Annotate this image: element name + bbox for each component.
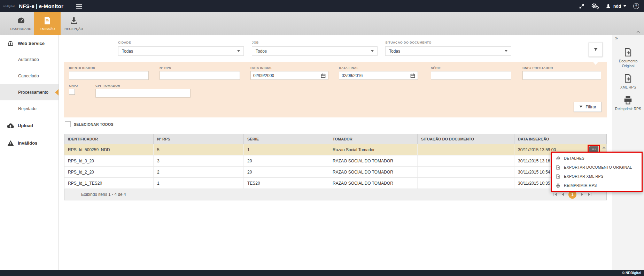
tab-dashboard[interactable]: DASHBOARD: [8, 12, 34, 35]
serie-label: SÉRIE: [431, 66, 441, 70]
cell-nrps: 1: [154, 178, 244, 189]
select-all-checkbox[interactable]: [65, 121, 71, 127]
menu-item-exportar-documento-original[interactable]: EXPORTAR DOCUMENTO ORIGINAL: [552, 163, 642, 172]
action-xml-rps[interactable]: XML RPS: [620, 74, 636, 90]
cell-situacao: [418, 155, 514, 166]
action-reimprimir-rps[interactable]: Reimprimir RPS: [615, 95, 641, 112]
tab-label: RECEPÇÃO: [64, 27, 83, 31]
filter-toggle-button[interactable]: [589, 42, 603, 57]
filtrar-button[interactable]: Filtrar: [574, 102, 602, 112]
next-page-icon[interactable]: [580, 192, 584, 197]
cnpj-checkbox[interactable]: [69, 89, 75, 95]
settings-gears-icon[interactable]: [591, 3, 599, 9]
calendar-icon[interactable]: [410, 73, 415, 78]
sidebar-item-cancelado[interactable]: Cancelado: [0, 68, 59, 84]
chevron-down-icon: [371, 50, 374, 52]
topbar: nddigital NFS-e | e-Monitor ndd ?: [0, 0, 644, 12]
filter-panel-notch: [593, 62, 598, 65]
help-icon[interactable]: ?: [633, 3, 639, 9]
cidade-selected-value: Todas: [122, 49, 133, 54]
cloud-upload-icon: [7, 123, 14, 128]
tab-emissao[interactable]: EMISSÃO: [34, 12, 61, 35]
tab-recepcao[interactable]: RECEPÇÃO: [61, 12, 87, 35]
sidebar-section-invalidos[interactable]: Inválidos: [0, 134, 59, 152]
cell-situacao: [418, 144, 514, 155]
table-header: IDENTIFICADOR Nº RPS SÉRIE TOMADOR SITUA…: [64, 134, 607, 144]
cell-nrps: 5: [154, 144, 244, 155]
cnpj-prestador-label: CNPJ PRESTADOR: [522, 66, 553, 70]
fullscreen-icon[interactable]: [579, 3, 584, 9]
table-row[interactable]: RPS_Id_2_20 2 20 RAZAO SOCIAL DO TOMADOR…: [64, 167, 607, 178]
menu-item-label: EXPORTAR XML RPS: [564, 174, 604, 178]
cell-tomador: Razao Social Tomador: [329, 144, 418, 155]
sidebar-section-upload[interactable]: Upload: [0, 117, 59, 134]
action-label: Reimprimir RPS: [615, 107, 641, 112]
action-documento-original[interactable]: Documento Original: [614, 48, 642, 68]
cell-identificador: RPS_Id_500259_NDD: [64, 144, 154, 155]
statusbar: © NDDigital: [0, 270, 644, 276]
cell-situacao: [418, 167, 514, 177]
sidebar-item-label: Cancelado: [18, 74, 39, 78]
calendar-icon[interactable]: [321, 73, 326, 78]
app-title: NFS-e | e-Monitor: [19, 3, 63, 9]
situacao-select[interactable]: Todas: [385, 46, 511, 56]
cell-identificador: RPS_Id_3_20: [64, 155, 154, 166]
table-footer: Exibindo itens 1 - 4 de 4 1: [64, 189, 607, 200]
action-label: Documento Original: [614, 59, 642, 68]
menu-item-label: REIMPRIMIR RPS: [564, 183, 597, 187]
job-select[interactable]: Todos: [252, 46, 378, 56]
export-icon: [556, 174, 561, 179]
data-final-input[interactable]: [342, 73, 408, 78]
last-page-icon[interactable]: [588, 192, 592, 197]
column-header-nrps[interactable]: Nº RPS: [154, 134, 244, 144]
action-label: XML RPS: [620, 85, 636, 90]
job-label: JOB: [252, 41, 259, 44]
cell-nrps: 2: [154, 167, 244, 177]
prev-page-icon[interactable]: [561, 192, 565, 197]
column-header-tomador[interactable]: TOMADOR: [329, 134, 418, 144]
sidebar-item-label: Processamento: [18, 90, 48, 95]
sidebar-section-webservice[interactable]: Web Service: [0, 35, 59, 51]
sidebar-section-label: Web Service: [18, 41, 45, 46]
cnpj-prestador-input[interactable]: [522, 71, 601, 80]
column-header-data-insercao[interactable]: DATA INSERÇÃO: [514, 134, 606, 144]
dashboard-gauge-icon: [17, 16, 25, 25]
sidebar-item-rejeitado[interactable]: Rejeitado: [0, 100, 59, 117]
menu-item-reimprimir-rps[interactable]: REIMPRIMIR RPS: [552, 181, 642, 190]
cell-tomador: RAZAO SOCIAL DO TOMADOR: [329, 155, 418, 166]
chevron-down-icon: [237, 50, 240, 52]
identificador-input[interactable]: [69, 71, 149, 80]
filter-funnel-icon: [593, 47, 598, 52]
first-page-icon[interactable]: [553, 192, 557, 197]
sidebar-item-autorizado[interactable]: Autorizado: [0, 51, 59, 68]
user-menu[interactable]: ndd: [606, 3, 626, 9]
data-inicial-input[interactable]: [253, 73, 319, 78]
cnpj-label: CNPJ: [69, 84, 78, 87]
situacao-selected-value: Todas: [389, 49, 400, 54]
ndd-logo: nddigital: [3, 5, 15, 8]
collapse-panel-icon[interactable]: »: [615, 35, 618, 41]
data-final-label: DATA FINAL: [339, 66, 358, 70]
table-row[interactable]: RPS_Id_3_20 3 20 RAZAO SOCIAL DO TOMADOR…: [64, 155, 607, 167]
cell-identificador: RPS_Id_2_20: [64, 167, 154, 177]
table-scroll-up-icon[interactable]: [602, 146, 606, 148]
chevron-down-icon: [505, 50, 507, 52]
hamburger-menu-icon[interactable]: [76, 4, 82, 9]
user-name: ndd: [613, 4, 621, 9]
job-selected-value: Todos: [256, 49, 267, 54]
sidebar-item-processamento[interactable]: Processamento: [0, 84, 59, 100]
table-row[interactable]: RPS_Id_1_TES20 1 TES20 RAZAO SOCIAL DO T…: [64, 178, 607, 189]
serie-input[interactable]: [431, 71, 511, 80]
column-header-identificador[interactable]: IDENTIFICADOR: [64, 134, 154, 144]
column-header-situacao[interactable]: SITUAÇÃO DO DOCUMENTO: [418, 134, 514, 144]
collapse-toolbar-icon[interactable]: [636, 30, 641, 33]
menu-item-exportar-xml-rps[interactable]: EXPORTAR XML RPS: [552, 172, 642, 181]
cidade-select[interactable]: Todas: [118, 46, 244, 56]
column-header-serie[interactable]: SÉRIE: [244, 134, 329, 144]
cpf-tomador-input[interactable]: [95, 89, 191, 98]
nrps-input[interactable]: [160, 71, 240, 80]
menu-item-detalhes[interactable]: DETALHES: [552, 154, 642, 163]
row-more-actions-button[interactable]: •••: [589, 146, 598, 152]
table-row[interactable]: RPS_Id_500259_NDD 5 1 Razao Social Tomad…: [64, 144, 607, 155]
user-icon: [606, 3, 611, 9]
